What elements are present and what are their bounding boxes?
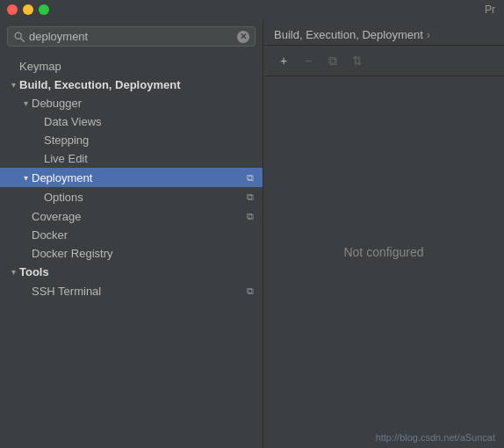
copy-icon — [243, 209, 257, 223]
title-bar: Pr — [0, 0, 504, 19]
sidebar: ✕ Keymap Build, Execution, Deployment De… — [0, 19, 263, 448]
copy-icon — [243, 170, 257, 184]
breadcrumb-arrow: › — [427, 29, 430, 41]
tree-container: Keymap Build, Execution, Deployment Debu… — [0, 54, 263, 448]
search-input[interactable] — [29, 30, 234, 43]
sidebar-item-label: Build, Execution, Deployment — [19, 78, 263, 91]
chevron-down-icon — [19, 98, 32, 110]
sidebar-item-options[interactable]: Options — [0, 187, 263, 206]
content-header: Build, Execution, Deployment › — [263, 19, 504, 46]
copy-config-button[interactable]: ⧉ — [323, 51, 342, 70]
watermark-text: http://blog.csdn.net/aSuncat — [376, 432, 495, 443]
sidebar-item-label: Options — [44, 191, 243, 204]
sidebar-item-label: Data Views — [44, 115, 263, 128]
sidebar-item-label: Keymap — [19, 60, 263, 73]
sidebar-item-deployment[interactable]: Deployment — [0, 168, 263, 187]
svg-point-0 — [15, 33, 21, 39]
chevron-down-icon — [7, 79, 19, 91]
copy-icon — [243, 284, 257, 298]
sidebar-item-ssh-terminal[interactable]: SSH Terminal — [0, 281, 263, 300]
sidebar-item-label: Live Edit — [44, 152, 263, 165]
sidebar-item-build-execution-deployment[interactable]: Build, Execution, Deployment — [0, 76, 263, 94]
sidebar-item-label: Debugger — [32, 97, 263, 110]
sidebar-item-stepping[interactable]: Stepping — [0, 131, 263, 149]
chevron-down-icon — [19, 171, 32, 184]
minimize-button[interactable] — [23, 4, 33, 15]
sidebar-item-tools[interactable]: Tools — [0, 263, 263, 281]
search-clear-button[interactable]: ✕ — [237, 31, 249, 43]
toolbar: + − ⧉ ⇅ — [263, 46, 504, 76]
search-icon — [13, 31, 25, 43]
chevron-down-icon — [7, 266, 19, 278]
search-bar: ✕ — [0, 19, 263, 54]
move-button[interactable]: ⇅ — [348, 51, 367, 70]
sidebar-item-docker[interactable]: Docker — [0, 226, 263, 244]
sidebar-item-docker-registry[interactable]: Docker Registry — [0, 244, 263, 263]
search-input-wrapper[interactable]: ✕ — [7, 26, 256, 47]
add-button[interactable]: + — [274, 51, 293, 70]
sidebar-item-label: Docker — [32, 228, 263, 242]
sidebar-item-label: Stepping — [44, 134, 263, 147]
sidebar-item-label: SSH Terminal — [32, 285, 243, 298]
remove-button[interactable]: − — [299, 51, 318, 70]
sidebar-item-debugger[interactable]: Debugger — [0, 94, 263, 112]
sidebar-item-keymap[interactable]: Keymap — [0, 57, 263, 76]
sidebar-item-label: Docker Registry — [32, 247, 263, 260]
sidebar-item-coverage[interactable]: Coverage — [0, 206, 263, 226]
window-title: Pr — [485, 4, 495, 16]
main-container: ✕ Keymap Build, Execution, Deployment De… — [0, 19, 504, 448]
breadcrumb-text: Build, Execution, Deployment — [274, 28, 423, 41]
close-button[interactable] — [7, 4, 18, 15]
sidebar-item-live-edit[interactable]: Live Edit — [0, 149, 263, 168]
svg-line-1 — [21, 38, 25, 41]
content-panel: Build, Execution, Deployment › + − ⧉ ⇅ N… — [263, 19, 504, 448]
not-configured-text: Not configured — [343, 245, 423, 259]
sidebar-item-label: Coverage — [32, 210, 243, 223]
sidebar-item-label: Tools — [19, 265, 263, 278]
sidebar-item-data-views[interactable]: Data Views — [0, 112, 263, 131]
sidebar-item-label: Deployment — [32, 171, 243, 184]
watermark: http://blog.csdn.net/aSuncat — [263, 427, 504, 448]
copy-icon — [243, 190, 257, 204]
maximize-button[interactable] — [39, 4, 49, 15]
content-body: Not configured — [263, 76, 504, 427]
